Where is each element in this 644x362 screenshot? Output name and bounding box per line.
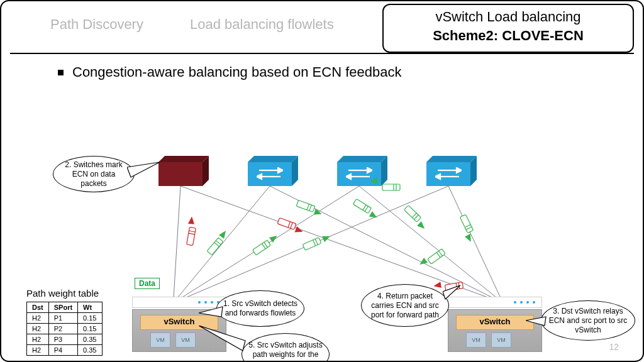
svg-line-12	[174, 186, 180, 298]
title-box: vSwitch Load balancing Scheme2: CLOVE-EC…	[382, 4, 634, 53]
vm-left-2: VM	[175, 332, 196, 348]
svg-marker-9	[457, 168, 462, 173]
callout-5: 5. Src vSwitch adjusts path weights for …	[242, 333, 330, 362]
page-number: 12	[609, 342, 619, 352]
callout-4-tail	[443, 285, 462, 300]
svg-line-19	[448, 186, 501, 298]
pwt-c: H2	[27, 324, 49, 334]
pwt-c: P3	[48, 334, 77, 345]
tor-switch-right	[448, 297, 542, 308]
spine-switch-3	[337, 156, 389, 186]
pwt-h0: Dst	[27, 302, 49, 313]
callout-3: 3. Dst vSwitch relays ECN and src port t…	[541, 300, 635, 341]
spine-switch-2	[248, 156, 299, 186]
bullet-main: Congestion-aware balancing based on ECN …	[58, 64, 401, 80]
svg-line-15	[185, 186, 448, 298]
tab-path-discovery: Path Discovery	[50, 16, 143, 33]
bullet-text: Congestion-aware balancing based on ECN …	[72, 64, 401, 80]
vswitch-right: vSwitch	[456, 315, 534, 330]
callout-4: 4. Return packet carries ECN and src por…	[361, 284, 449, 327]
slide-body: Congestion-aware balancing based on ECN …	[10, 55, 634, 357]
header-divider	[10, 53, 634, 54]
svg-marker-26	[199, 326, 245, 351]
network-diagram	[10, 55, 636, 357]
svg-marker-11	[435, 174, 440, 179]
pwt-c: H2	[27, 313, 49, 324]
pwt-c: P1	[48, 313, 77, 324]
svg-marker-24	[127, 162, 160, 177]
svg-line-16	[180, 186, 489, 298]
svg-marker-28	[526, 317, 546, 326]
pwt-h1: SPort	[48, 302, 77, 313]
slide: Path Discovery Load balancing flowlets v…	[0, 0, 644, 362]
pwt-c: 0.15	[78, 313, 102, 324]
pwt-c: H2	[27, 345, 49, 356]
svg-line-13	[177, 186, 270, 298]
pwt-c: H2	[27, 334, 49, 345]
svg-marker-5	[367, 168, 372, 173]
tab-load-balancing: Load balancing flowlets	[190, 16, 334, 33]
path-weight-table: Dst SPort Wt H2P10.15 H2P20.15 H2P30.35 …	[26, 302, 103, 356]
callout-3-tail	[526, 314, 547, 328]
vm-right-2: VM	[491, 332, 511, 348]
title-line-2: Scheme2: CLOVE-ECN	[384, 26, 633, 45]
pwt-c: 0.35	[78, 345, 102, 356]
path-weight-table-title: Path weight table	[26, 288, 99, 299]
spine-switch-4	[426, 156, 478, 186]
svg-line-18	[359, 186, 497, 298]
svg-line-17	[270, 186, 493, 298]
pwt-c: P4	[48, 345, 77, 356]
callout-1-tail	[199, 304, 224, 322]
pwt-c: 0.15	[78, 324, 102, 334]
svg-marker-3	[257, 174, 262, 179]
spine-switch-1-congested	[158, 156, 210, 186]
pwt-h2: Wt	[78, 302, 102, 313]
svg-marker-7	[346, 174, 351, 179]
pwt-c: P2	[48, 324, 77, 334]
svg-marker-27	[443, 285, 460, 299]
data-packet-label: Data	[135, 278, 160, 289]
vm-left-1: VM	[150, 332, 170, 348]
callout-1: 1. Src vSwitch detects and forwards flow…	[216, 290, 304, 327]
svg-marker-1	[278, 168, 283, 173]
title-line-1: vSwitch Load balancing	[384, 8, 633, 26]
callout-2: 2. Switches mark ECN on data packets	[53, 156, 135, 192]
pwt-c: 0.35	[78, 334, 102, 345]
callout-2-tail	[127, 161, 165, 182]
vm-right-1: VM	[466, 332, 486, 348]
svg-marker-25	[199, 307, 223, 317]
callout-5-tail	[199, 326, 248, 353]
svg-line-14	[181, 186, 359, 298]
